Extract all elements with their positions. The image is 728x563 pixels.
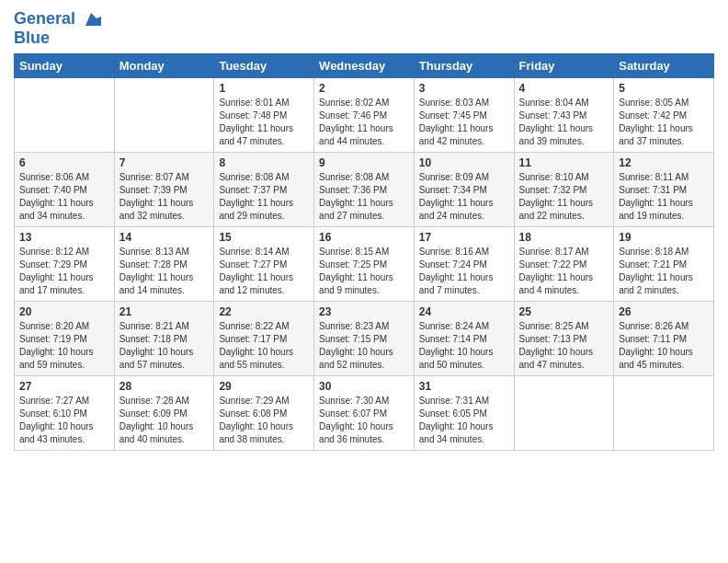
- day-number: 28: [119, 380, 210, 393]
- day-info: Sunrise: 8:03 AMSunset: 7:45 PMDaylight:…: [419, 97, 509, 148]
- calendar-cell: 5Sunrise: 8:05 AMSunset: 7:42 PMDaylight…: [614, 77, 714, 152]
- calendar-cell: [114, 77, 214, 152]
- day-number: 21: [119, 305, 210, 318]
- calendar-cell: 17Sunrise: 8:16 AMSunset: 7:24 PMDayligh…: [414, 226, 514, 301]
- calendar-cell: 11Sunrise: 8:10 AMSunset: 7:32 PMDayligh…: [514, 152, 614, 226]
- day-info: Sunrise: 7:30 AMSunset: 6:07 PMDaylight:…: [319, 395, 409, 446]
- day-info: Sunrise: 8:23 AMSunset: 7:15 PMDaylight:…: [319, 320, 409, 372]
- day-number: 1: [219, 82, 309, 95]
- day-info: Sunrise: 8:08 AMSunset: 7:37 PMDaylight:…: [219, 171, 309, 223]
- day-number: 25: [519, 305, 609, 318]
- week-row-4: 27Sunrise: 7:27 AMSunset: 6:10 PMDayligh…: [15, 375, 714, 450]
- logo-general: General: [14, 9, 75, 28]
- svg-marker-0: [85, 13, 101, 26]
- day-info: Sunrise: 8:24 AMSunset: 7:14 PMDaylight:…: [419, 320, 509, 372]
- day-info: Sunrise: 7:29 AMSunset: 6:08 PMDaylight:…: [219, 395, 309, 446]
- week-row-1: 6Sunrise: 8:06 AMSunset: 7:40 PMDaylight…: [15, 152, 714, 226]
- calendar-cell: 19Sunrise: 8:18 AMSunset: 7:21 PMDayligh…: [614, 226, 714, 301]
- weekday-header-thursday: Thursday: [414, 53, 514, 77]
- day-info: Sunrise: 8:16 AMSunset: 7:24 PMDaylight:…: [419, 246, 509, 297]
- day-info: Sunrise: 8:09 AMSunset: 7:34 PMDaylight:…: [419, 171, 509, 223]
- day-info: Sunrise: 8:12 AMSunset: 7:29 PMDaylight:…: [19, 246, 109, 297]
- calendar-cell: [614, 375, 714, 450]
- day-number: 14: [119, 231, 210, 244]
- logo-blue: Blue: [14, 29, 102, 48]
- day-number: 6: [19, 156, 109, 169]
- calendar-cell: 1Sunrise: 8:01 AMSunset: 7:48 PMDaylight…: [214, 77, 314, 152]
- day-number: 15: [219, 231, 309, 244]
- calendar-cell: 22Sunrise: 8:22 AMSunset: 7:17 PMDayligh…: [214, 301, 314, 375]
- day-info: Sunrise: 8:20 AMSunset: 7:19 PMDaylight:…: [19, 320, 109, 372]
- day-info: Sunrise: 8:26 AMSunset: 7:11 PMDaylight:…: [619, 320, 709, 372]
- calendar-cell: 4Sunrise: 8:04 AMSunset: 7:43 PMDaylight…: [514, 77, 614, 152]
- day-number: 19: [619, 231, 709, 244]
- day-number: 4: [519, 82, 609, 95]
- day-info: Sunrise: 8:13 AMSunset: 7:28 PMDaylight:…: [119, 246, 210, 297]
- calendar-cell: 21Sunrise: 8:21 AMSunset: 7:18 PMDayligh…: [114, 301, 214, 375]
- day-info: Sunrise: 8:10 AMSunset: 7:32 PMDaylight:…: [519, 171, 609, 223]
- week-row-0: 1Sunrise: 8:01 AMSunset: 7:48 PMDaylight…: [15, 77, 714, 152]
- day-number: 2: [319, 82, 409, 95]
- day-info: Sunrise: 8:05 AMSunset: 7:42 PMDaylight:…: [619, 97, 709, 148]
- calendar-cell: 25Sunrise: 8:25 AMSunset: 7:13 PMDayligh…: [514, 301, 614, 375]
- day-number: 16: [319, 231, 409, 244]
- day-info: Sunrise: 8:25 AMSunset: 7:13 PMDaylight:…: [519, 320, 609, 372]
- weekday-header-friday: Friday: [514, 53, 614, 77]
- day-info: Sunrise: 8:06 AMSunset: 7:40 PMDaylight:…: [19, 171, 109, 223]
- calendar-cell: 24Sunrise: 8:24 AMSunset: 7:14 PMDayligh…: [414, 301, 514, 375]
- calendar-cell: 8Sunrise: 8:08 AMSunset: 7:37 PMDaylight…: [214, 152, 314, 226]
- calendar-cell: 15Sunrise: 8:14 AMSunset: 7:27 PMDayligh…: [214, 226, 314, 301]
- day-number: 30: [319, 380, 409, 393]
- calendar-cell: 14Sunrise: 8:13 AMSunset: 7:28 PMDayligh…: [114, 226, 214, 301]
- calendar-header: SundayMondayTuesdayWednesdayThursdayFrid…: [15, 53, 714, 77]
- calendar-cell: 30Sunrise: 7:30 AMSunset: 6:07 PMDayligh…: [314, 375, 415, 450]
- day-number: 7: [119, 156, 210, 169]
- day-number: 5: [619, 82, 709, 95]
- day-info: Sunrise: 8:21 AMSunset: 7:18 PMDaylight:…: [119, 320, 210, 372]
- calendar-cell: [15, 77, 115, 152]
- day-number: 18: [519, 231, 609, 244]
- logo: General Blue: [14, 9, 102, 48]
- header-row: SundayMondayTuesdayWednesdayThursdayFrid…: [15, 53, 714, 77]
- day-number: 29: [219, 380, 309, 393]
- header: General Blue: [14, 9, 714, 48]
- calendar-cell: 28Sunrise: 7:28 AMSunset: 6:09 PMDayligh…: [114, 375, 214, 450]
- day-number: 24: [419, 305, 509, 318]
- calendar-cell: 10Sunrise: 8:09 AMSunset: 7:34 PMDayligh…: [414, 152, 514, 226]
- weekday-header-monday: Monday: [114, 53, 214, 77]
- day-info: Sunrise: 8:08 AMSunset: 7:36 PMDaylight:…: [319, 171, 409, 223]
- week-row-2: 13Sunrise: 8:12 AMSunset: 7:29 PMDayligh…: [15, 226, 714, 301]
- calendar-table: SundayMondayTuesdayWednesdayThursdayFrid…: [14, 53, 714, 451]
- page-container: General Blue SundayMondayTuesdayWednesda…: [0, 0, 728, 465]
- day-info: Sunrise: 8:02 AMSunset: 7:46 PMDaylight:…: [319, 97, 409, 148]
- week-row-3: 20Sunrise: 8:20 AMSunset: 7:19 PMDayligh…: [15, 301, 714, 375]
- calendar-cell: [514, 375, 614, 450]
- calendar-cell: 9Sunrise: 8:08 AMSunset: 7:36 PMDaylight…: [314, 152, 415, 226]
- day-info: Sunrise: 8:17 AMSunset: 7:22 PMDaylight:…: [519, 246, 609, 297]
- weekday-header-saturday: Saturday: [614, 53, 714, 77]
- calendar-cell: 6Sunrise: 8:06 AMSunset: 7:40 PMDaylight…: [15, 152, 115, 226]
- logo-text: General: [14, 9, 102, 29]
- weekday-header-tuesday: Tuesday: [214, 53, 314, 77]
- day-number: 23: [319, 305, 409, 318]
- day-info: Sunrise: 8:22 AMSunset: 7:17 PMDaylight:…: [219, 320, 309, 372]
- day-number: 17: [419, 231, 509, 244]
- day-number: 13: [19, 231, 109, 244]
- calendar-cell: 31Sunrise: 7:31 AMSunset: 6:05 PMDayligh…: [414, 375, 514, 450]
- day-info: Sunrise: 7:28 AMSunset: 6:09 PMDaylight:…: [119, 395, 210, 446]
- logo-icon: [81, 9, 101, 29]
- day-number: 27: [19, 380, 109, 393]
- calendar-cell: 26Sunrise: 8:26 AMSunset: 7:11 PMDayligh…: [614, 301, 714, 375]
- day-info: Sunrise: 8:01 AMSunset: 7:48 PMDaylight:…: [219, 97, 309, 148]
- weekday-header-sunday: Sunday: [15, 53, 115, 77]
- day-number: 3: [419, 82, 509, 95]
- day-info: Sunrise: 8:15 AMSunset: 7:25 PMDaylight:…: [319, 246, 409, 297]
- weekday-header-wednesday: Wednesday: [314, 53, 415, 77]
- calendar-cell: 3Sunrise: 8:03 AMSunset: 7:45 PMDaylight…: [414, 77, 514, 152]
- day-number: 26: [619, 305, 709, 318]
- day-number: 22: [219, 305, 309, 318]
- calendar-cell: 13Sunrise: 8:12 AMSunset: 7:29 PMDayligh…: [15, 226, 115, 301]
- day-number: 11: [519, 156, 609, 169]
- calendar-cell: 23Sunrise: 8:23 AMSunset: 7:15 PMDayligh…: [314, 301, 415, 375]
- calendar-cell: 7Sunrise: 8:07 AMSunset: 7:39 PMDaylight…: [114, 152, 214, 226]
